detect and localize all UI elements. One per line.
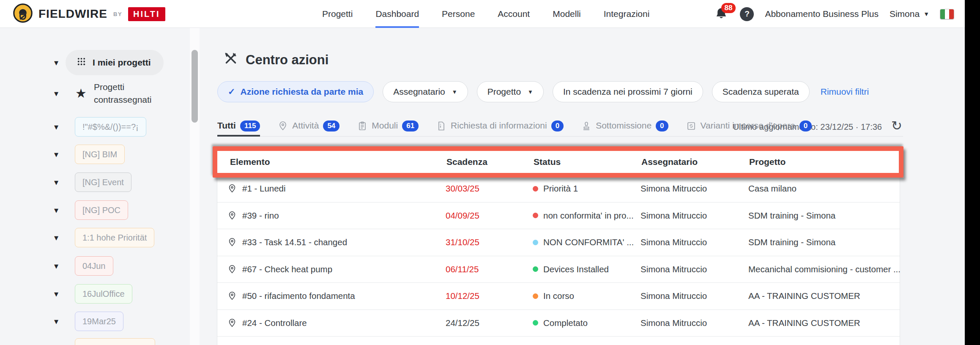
count-badge: 115 xyxy=(240,120,260,131)
chevron-down-icon[interactable]: ▾ xyxy=(54,149,62,159)
nav-integrazioni[interactable]: Integrazioni xyxy=(604,0,650,28)
filter-overdue[interactable]: Scadenza superata xyxy=(712,81,810,102)
table-row[interactable]: #33 - Task 14.51 - changed 31/10/25 NON … xyxy=(217,229,900,256)
nav-progetti[interactable]: Progetti xyxy=(322,0,353,28)
tab-label: Tutti xyxy=(217,120,236,131)
status-dot xyxy=(533,320,538,326)
bell-icon xyxy=(714,14,728,22)
tab-tutti[interactable]: Tutti 115 xyxy=(217,120,260,137)
sidebar-item-project: ▾ 16JulOffice xyxy=(0,284,190,304)
my-projects-button[interactable]: I miei progetti xyxy=(66,50,164,75)
status-dot xyxy=(533,293,538,299)
filter-label: Assegnatario xyxy=(393,87,445,97)
sidebar-item-project-partial: ▾ xyxy=(0,338,190,345)
sidebar-item-project: ▾ 1:1 hohe Priorität xyxy=(0,228,190,247)
element-title: #67 - Check heat pump xyxy=(242,264,332,274)
sidebar-item-label: I miei progetti xyxy=(93,58,151,68)
page-title: Centro azioni xyxy=(223,51,328,69)
table-row[interactable]: #1 - Lunedi 30/03/25 Priorità 1 Simona M… xyxy=(217,175,900,203)
status-dot xyxy=(533,266,538,272)
fieldwire-worker-icon xyxy=(13,3,33,25)
sidebar-scrollbar-thumb[interactable] xyxy=(192,50,198,123)
user-name: Simona xyxy=(890,9,920,19)
map-pin-icon xyxy=(227,211,237,220)
notification-count-badge: 88 xyxy=(721,3,736,13)
change-order-icon xyxy=(686,121,696,131)
due-date: 24/12/25 xyxy=(446,318,533,328)
tabs-bar: Tutti 115 Attività 54 Moduli 61 Richiest… xyxy=(217,120,903,137)
crossed-tools-icon xyxy=(223,51,238,69)
language-flag-italian[interactable] xyxy=(940,9,954,19)
nav-modelli[interactable]: Modelli xyxy=(553,0,581,28)
chevron-down-icon[interactable]: ▾ xyxy=(54,88,62,99)
filter-project-dropdown[interactable]: Progetto ▼ xyxy=(477,81,544,102)
project-name: Casa milano xyxy=(748,183,901,194)
table-row[interactable]: #24 - Controllare 24/12/25 Completato Si… xyxy=(217,310,900,337)
project-badge[interactable]: 19Mar25 xyxy=(75,312,123,331)
project-badge[interactable]: [NG] POC xyxy=(75,200,128,220)
nav-account[interactable]: Account xyxy=(498,0,530,28)
user-menu[interactable]: Simona ▼ xyxy=(890,9,929,19)
project-badge[interactable]: 1:1 hohe Priorität xyxy=(75,228,154,247)
project-name: AA - TRAINING CUSTOMER xyxy=(748,291,901,301)
tab-richiesta-informazioni[interactable]: Richiesta di informazioni 0 xyxy=(436,120,564,137)
column-header-scadenza: Scadenza xyxy=(446,157,533,167)
tab-attivita[interactable]: Attività 54 xyxy=(278,120,339,137)
remove-filters-link[interactable]: Rimuovi filtri xyxy=(821,87,869,97)
project-badge[interactable]: !"#$%&/())==?¡ xyxy=(75,117,146,137)
tab-label: Richiesta di informazioni xyxy=(451,120,547,131)
fieldwire-logo[interactable]: FIELDWIRE BY HILTI xyxy=(13,3,165,25)
chevron-down-icon[interactable]: ▾ xyxy=(54,177,62,187)
subscription-label[interactable]: Abbonamento Business Plus xyxy=(765,9,879,19)
assignee: Simona Mitruccio xyxy=(641,291,748,301)
chevron-down-icon[interactable]: ▾ xyxy=(54,261,62,271)
tab-sottomissione[interactable]: Sottomissione 0 xyxy=(581,120,668,137)
assignee: Simona Mitruccio xyxy=(641,264,748,274)
filter-assignee-dropdown[interactable]: Assegnatario ▼ xyxy=(383,81,468,102)
project-badge[interactable]: [NG] BIM xyxy=(75,145,125,164)
notifications-button[interactable]: 88 xyxy=(714,7,729,21)
page-title-text: Centro azioni xyxy=(246,52,328,68)
filter-due-7-days[interactable]: In scadenza nei prossimi 7 giorni xyxy=(553,81,703,102)
brand-by: BY xyxy=(113,11,122,17)
filter-action-required[interactable]: ✓ Azione richiesta da parte mia xyxy=(217,81,374,102)
filter-label: Scadenza superata xyxy=(723,87,799,97)
project-badge[interactable]: 16JulOffice xyxy=(75,284,132,304)
assignee: Simona Mitruccio xyxy=(641,211,748,221)
chevron-down-icon[interactable]: ▾ xyxy=(54,233,62,243)
sidebar-item-project: ▾ [NG] Event xyxy=(0,172,190,192)
count-badge: 0 xyxy=(551,120,564,131)
table-row[interactable]: #50 - rifacimento fondamenta 10/12/25 In… xyxy=(217,283,900,310)
status-label: non conformita' in pro... xyxy=(543,211,634,221)
tab-label: Moduli xyxy=(372,120,398,131)
element-title: #39 - rino xyxy=(242,211,279,221)
tab-moduli[interactable]: Moduli 61 xyxy=(357,120,419,137)
refresh-icon[interactable]: ↻ xyxy=(891,118,902,134)
nav-persone[interactable]: Persone xyxy=(442,0,475,28)
element-title: #24 - Controllare xyxy=(242,318,307,328)
status-label: In corso xyxy=(543,291,574,301)
table-row[interactable]: #67 - Check heat pump 06/11/25 Devices I… xyxy=(217,256,900,283)
table-row[interactable]: #39 - rino 04/09/25 non conformita' in p… xyxy=(217,203,900,230)
starred-projects-button[interactable]: ★ Progetti contrassegnati xyxy=(75,81,166,107)
chevron-down-icon[interactable]: ▾ xyxy=(54,58,62,68)
chevron-down-icon[interactable]: ▾ xyxy=(54,122,62,132)
help-button[interactable]: ? xyxy=(740,7,754,21)
nav-dashboard[interactable]: Dashboard xyxy=(375,0,419,28)
sidebar-item-project: ▾ 04Jun xyxy=(0,256,190,276)
chevron-down-icon[interactable]: ▾ xyxy=(54,205,62,215)
project-badge[interactable]: 04Jun xyxy=(75,256,113,276)
action-items-table: Elemento Scadenza Status Assegnatario Pr… xyxy=(217,149,900,345)
top-header: FIELDWIRE BY HILTI Progetti Dashboard Pe… xyxy=(0,0,980,28)
filter-label: Progetto xyxy=(487,87,521,97)
due-date: 04/09/25 xyxy=(446,211,533,221)
project-badge[interactable]: [NG] Event xyxy=(75,172,131,192)
status-label: Completato xyxy=(543,318,588,328)
project-badge[interactable] xyxy=(75,338,155,345)
element-title: #50 - rifacimento fondamenta xyxy=(242,291,355,301)
chevron-down-icon[interactable]: ▾ xyxy=(54,316,62,326)
chevron-down-icon[interactable]: ▾ xyxy=(54,289,62,299)
sidebar-item-label: Progetti contrassegnati xyxy=(94,81,166,107)
column-header-progetto: Progetto xyxy=(748,157,901,167)
project-name: Mecanichal commisioning - customer ... xyxy=(748,264,901,274)
